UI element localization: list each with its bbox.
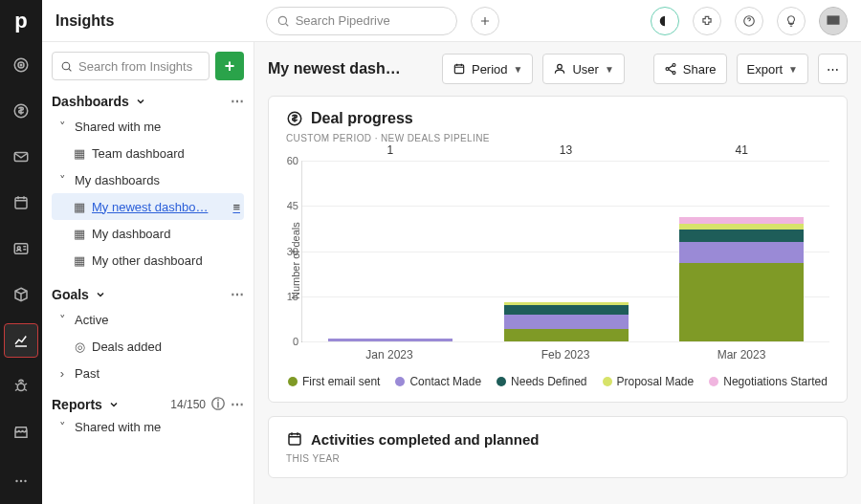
activities-card: Activities completed and planned THIS YE… [268,416,848,478]
svg-point-10 [20,480,22,482]
x-tick-label: Jan 2023 [301,348,477,362]
section-menu-icon[interactable]: ⋯ [231,397,244,412]
status-icon[interactable] [651,7,679,35]
legend-item[interactable]: Negotiations Started [709,375,828,388]
bar-segment[interactable] [679,230,804,242]
tree-label: Deals added [92,340,162,354]
tree-my-other-dashboard[interactable]: ▦ My other dashboard [52,247,244,274]
bar-stack[interactable] [328,339,453,341]
rail-calendar-icon[interactable] [4,186,38,220]
bar-segment[interactable] [679,263,804,341]
tree-past[interactable]: › Past [52,360,244,386]
bar-segment[interactable] [504,305,629,315]
tree-shared-with-me[interactable]: ˅ Shared with me [52,113,244,140]
info-icon[interactable]: ⓘ [211,396,225,413]
page-title: Insights [55,12,114,30]
tree-team-dashboard[interactable]: ▦ Team dashboard [52,140,244,166]
extensions-icon[interactable] [693,7,721,35]
bar-segment[interactable] [679,242,804,263]
section-menu-icon[interactable]: ⋯ [231,94,244,109]
tree-label: My newest dashbo… [92,200,208,214]
global-search[interactable]: Search Pipedrive [266,7,457,35]
chevron-down-icon: ▼ [514,64,523,75]
legend-label: Proposal Made [617,375,695,388]
legend-label: Contact Made [409,375,481,388]
svg-point-7 [17,247,20,250]
user-avatar[interactable] [819,7,848,35]
user-filter[interactable]: User▼ [542,54,624,84]
legend-item[interactable]: Proposal Made [603,375,695,388]
legend-swatch [603,377,612,386]
bar-segment[interactable] [328,339,453,341]
rail-mail-icon[interactable] [4,140,38,174]
rail-more-icon[interactable] [4,464,38,498]
rail-insights-icon[interactable] [4,323,38,358]
y-tick-label: 30 [279,246,298,257]
add-button[interactable] [471,7,499,35]
topbar: Insights Search Pipedrive [42,0,861,42]
reports-count: 14/150 [170,398,206,411]
section-dashboards[interactable]: Dashboards ⋯ [52,94,244,109]
insights-search[interactable]: Search from Insights [52,52,210,80]
bar-segment[interactable] [504,315,629,330]
bar-stack[interactable] [504,302,629,341]
y-tick-label: 45 [279,200,298,211]
tree-label: My other dashboard [92,253,203,268]
help-icon[interactable] [735,7,763,35]
section-goals[interactable]: Goals ⋯ [52,287,244,302]
legend-swatch [709,377,718,386]
tree-active[interactable]: ˅ Active [52,306,244,333]
app-logo[interactable]: p [0,0,42,42]
svg-point-8 [17,383,25,391]
chevron-right-icon: › [55,366,69,381]
chevron-down-icon: ˅ [55,120,69,134]
tree-my-dashboards[interactable]: ˅ My dashboards [52,166,244,193]
more-button[interactable]: ⋯ [818,54,848,84]
tree-label: My dashboard [92,227,170,241]
share-button[interactable]: Share [653,54,727,84]
period-filter[interactable]: Period▼ [442,54,533,84]
export-button[interactable]: Export▼ [737,54,808,84]
rail-target-icon[interactable] [4,48,38,82]
rail-currency-icon[interactable] [4,94,38,128]
tree-deals-added[interactable]: ◎ Deals added [52,333,244,360]
card-title: Deal progress [286,110,829,127]
deal-progress-chart: 01530456011341 Jan 2023Feb 2023Mar 2023 [301,161,829,362]
y-tick-label: 0 [279,336,298,347]
rail-contacts-icon[interactable] [4,231,38,266]
bar-column: 41 [653,161,829,341]
svg-rect-17 [454,65,463,74]
tree-reports-shared[interactable]: ˅ Shared with me [52,413,244,440]
bar-segment[interactable] [504,329,629,341]
rail-store-icon[interactable] [4,415,38,449]
dashboard-icon: ▦ [73,253,86,268]
svg-rect-23 [289,434,300,445]
btn-label: Period [472,62,508,77]
chevron-down-icon: ▼ [605,64,614,75]
bar-total-label: 13 [560,143,572,157]
bar-column: 13 [478,161,654,341]
svg-rect-5 [15,198,27,208]
tree-label: Active [75,313,108,327]
legend-item[interactable]: Needs Defined [497,375,586,388]
section-label: Dashboards [52,94,129,109]
section-label: Reports [52,397,102,412]
legend-item[interactable]: Contact Made [395,375,481,388]
new-insight-button[interactable]: + [215,52,244,80]
legend-item[interactable]: First email sent [288,375,380,388]
section-menu-icon[interactable]: ⋯ [231,287,244,302]
deal-progress-card: Deal progress CUSTOM PERIOD · NEW DEALS … [268,96,848,403]
tree-my-newest-dashboard[interactable]: ▦ My newest dashbo… ≡ [52,193,244,220]
insights-sidebar: Search from Insights + Dashboards ⋯ ˅ Sh… [42,42,254,504]
drag-handle-icon[interactable]: ≡ [232,200,240,214]
bar-stack[interactable] [679,217,804,341]
legend-label: First email sent [302,375,380,388]
legend-label: Needs Defined [511,375,586,388]
tree-my-dashboard[interactable]: ▦ My dashboard [52,220,244,247]
card-subtitle: THIS YEAR [286,453,829,464]
bar-total-label: 41 [735,143,747,157]
rail-bug-icon[interactable] [4,369,38,404]
rail-box-icon[interactable] [4,277,38,312]
section-reports[interactable]: Reports 14/150 ⓘ ⋯ [52,396,244,413]
tips-icon[interactable] [777,7,806,35]
